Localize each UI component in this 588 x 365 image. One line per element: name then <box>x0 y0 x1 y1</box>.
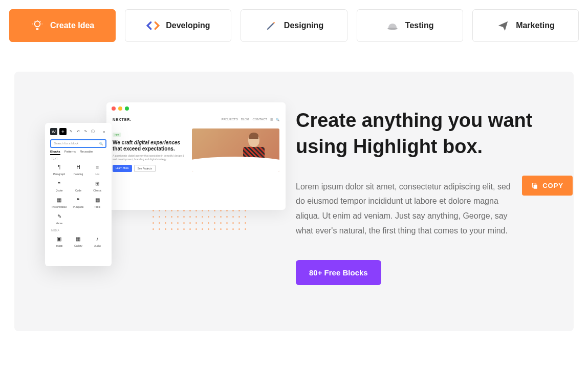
cta-button[interactable]: 80+ Free Blocks <box>296 260 381 285</box>
tab-label: Marketing <box>516 21 555 30</box>
main-paragraph: Lorem ipsum dolor sit amet, consectetur … <box>296 180 521 239</box>
tab-label: Testing <box>405 21 434 30</box>
content-panel: NEXTER. PROJECTS BLOG CONTACT ☰🔍 new We … <box>14 72 574 331</box>
copy-icon <box>531 182 538 189</box>
tab-developing[interactable]: Developing <box>125 9 231 42</box>
pencil-icon <box>265 19 278 32</box>
copy-button[interactable]: COPY <box>522 176 573 196</box>
text-column: Create anything you want using Highlight… <box>296 102 543 285</box>
svg-point-0 <box>35 21 40 27</box>
tabs-row: Create Idea Developing Designing Testing… <box>0 0 588 51</box>
tab-create-idea[interactable]: Create Idea <box>9 9 116 42</box>
illustration: NEXTER. PROJECTS BLOG CONTACT ☰🔍 new We … <box>45 102 265 266</box>
code-icon <box>146 19 160 32</box>
paper-plane-icon <box>496 19 510 32</box>
svg-point-1 <box>387 28 398 30</box>
lightbulb-icon <box>31 19 44 32</box>
tab-designing[interactable]: Designing <box>241 9 347 42</box>
mock-logo: NEXTER. <box>113 118 132 121</box>
mock-browser: NEXTER. PROJECTS BLOG CONTACT ☰🔍 new We … <box>106 102 286 210</box>
tab-testing[interactable]: Testing <box>357 9 463 42</box>
main-heading: Create anything you want using Highlight… <box>296 108 543 160</box>
mock-block-panel: W+ ✎↶↷ⓘ≡ Search for a block🔍 Blocks Patt… <box>45 123 112 266</box>
tab-label: Designing <box>284 21 323 30</box>
helmet-icon <box>386 19 399 32</box>
tab-label: Developing <box>166 21 210 30</box>
tab-marketing[interactable]: Marketing <box>472 9 579 42</box>
tab-label: Create Idea <box>50 21 94 30</box>
copy-label: COPY <box>542 182 563 189</box>
svg-rect-2 <box>534 184 537 188</box>
